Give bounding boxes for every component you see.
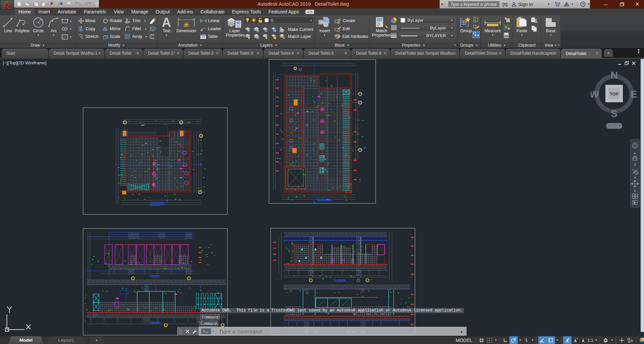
svg-text:S: S: [611, 108, 617, 119]
svg-text:A: A: [162, 16, 171, 28]
svg-text:N: N: [610, 69, 618, 80]
svg-text:?: ?: [582, 3, 584, 6]
svg-text:TOP: TOP: [610, 92, 619, 97]
svg-text:E: E: [631, 89, 637, 100]
svg-text:WCS: WCS: [607, 124, 616, 128]
svg-text:W: W: [591, 89, 599, 100]
